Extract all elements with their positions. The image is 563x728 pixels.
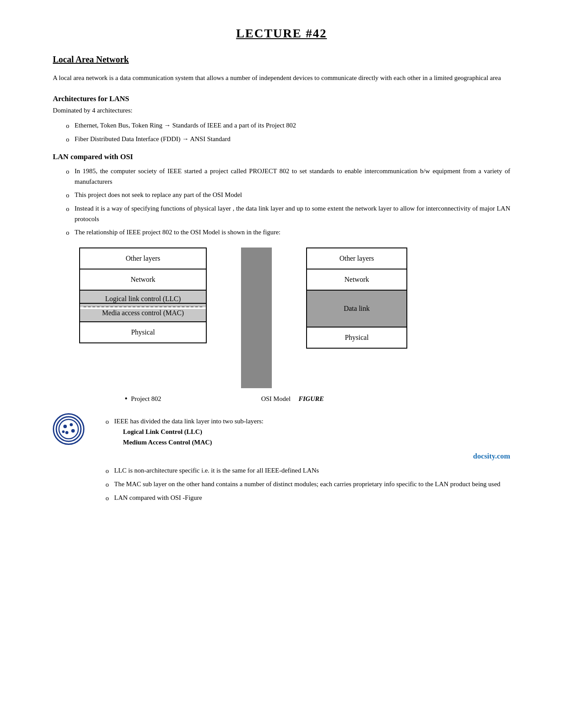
osi-bullet-3: Instead it is a way of specifying functi… [75, 203, 511, 224]
page-title: LECTURE #42 [53, 26, 510, 40]
svg-point-3 [70, 423, 73, 426]
diagram-labels: • Project 802 OSI Model FIGURE [53, 394, 510, 404]
osimodel-label-text: OSI Model [261, 395, 291, 403]
list-item: o Instead it is a way of specifying func… [66, 203, 510, 224]
diagram-right-area: Other layers Network Data link Physical [306, 248, 407, 349]
docsity-link[interactable]: docsity.com [92, 452, 510, 461]
mac-label: Medium Access Control (MAC) [123, 439, 212, 446]
osi-section: LAN compared with OSI o In 1985, the com… [53, 153, 510, 238]
osimodel-label: OSI Model FIGURE [242, 395, 343, 403]
figure-label: FIGURE [299, 395, 324, 403]
logo-svg [55, 416, 82, 442]
cell-physical-right: Physical [307, 328, 406, 348]
osi-box: Other layers Network Data link Physical [306, 248, 407, 349]
cell-datalink: Data link [307, 291, 406, 328]
svg-point-4 [71, 429, 75, 433]
dashed-separator [80, 304, 206, 307]
intro-paragraph: A local area network is a data communica… [53, 73, 510, 84]
list-item: o LAN compared with OSI -Figure [106, 492, 510, 503]
bullet-icon: o [66, 227, 69, 238]
bullet-icon: o [66, 134, 69, 145]
bullet-icon: o [66, 120, 69, 131]
bottom-bullet-1: IEEE has divided the data link layer int… [114, 416, 511, 448]
cell-mac: Media access control (MAC) [80, 309, 206, 322]
arch-bullet-2: Fiber Distributed Data Interface (FDDI) … [75, 134, 511, 144]
svg-point-5 [66, 431, 69, 434]
list-item: o In 1985, the computer society of IEEE … [66, 166, 510, 187]
diagram-wrapper: Other layers Network Logical link contro… [53, 248, 510, 388]
bottom-bullet-4: LAN compared with OSI -Figure [114, 492, 511, 503]
llc-label: Logical Link Control (LLC) [123, 428, 202, 435]
list-item: o The MAC sub layer on the other hand co… [106, 479, 510, 490]
list-item: o Fiber Distributed Data Interface (FDDI… [66, 134, 510, 145]
architectures-section: Architectures for LANS Dominated by 4 ar… [53, 95, 510, 145]
svg-point-1 [59, 419, 78, 439]
arch-bullet-list: o Ethernet, Token Bus, Token Ring → Stan… [66, 120, 510, 145]
bottom-bullet-list: o IEEE has divided the data link layer i… [106, 416, 510, 448]
bottom-section: o IEEE has divided the data link layer i… [53, 411, 510, 508]
cell-other-layers-right: Other layers [307, 248, 406, 269]
osi-heading: LAN compared with OSI [53, 153, 510, 161]
bullet-icon: o [66, 204, 69, 214]
bullet-icon: o [66, 166, 69, 177]
bullet-icon: o [106, 479, 109, 490]
bottom-content: o IEEE has divided the data link layer i… [92, 411, 510, 508]
bullet-icon: o [106, 416, 109, 427]
bullet-dot: • [124, 394, 127, 404]
osi-bullet-1: In 1985, the computer society of IEEE st… [75, 166, 511, 187]
cell-other-layers-left: Other layers [80, 248, 206, 269]
project802-label: • Project 802 [79, 394, 207, 404]
overlap-gray-bar [241, 248, 272, 388]
list-item: o IEEE has divided the data link layer i… [106, 416, 510, 448]
bottom-bullet-2: LLC is non-architecture specific i.e. it… [114, 465, 511, 476]
cell-physical-left: Physical [80, 322, 206, 342]
osi-bullet-list: o In 1985, the computer society of IEEE … [66, 166, 510, 238]
list-item: o Ethernet, Token Bus, Token Ring → Stan… [66, 120, 510, 131]
main-heading: Local Area Network [53, 55, 510, 65]
svg-point-2 [63, 425, 67, 428]
list-item: o LLC is non-architecture specific i.e. … [106, 465, 510, 476]
arch-heading: Architectures for LANS [53, 95, 510, 103]
arch-subtext: Dominated by 4 architectures: [53, 105, 510, 116]
cell-llc: Logical link control (LLC) [80, 291, 206, 304]
project802-box: Other layers Network Logical link contro… [79, 248, 207, 343]
osi-bullet-2: This project does not seek to replace an… [75, 189, 511, 200]
cell-network-left: Network [80, 269, 206, 291]
list-item: o The relationship of IEEE project 802 t… [66, 227, 510, 238]
project802-label-text: Project 802 [131, 395, 161, 403]
bullet-icon: o [106, 466, 109, 476]
svg-point-6 [62, 430, 65, 433]
diagram-left-area: Other layers Network Logical link contro… [79, 248, 207, 343]
bullet-icon: o [106, 493, 109, 503]
cell-network-right: Network [307, 269, 406, 291]
bottom-bullet-list-2: o LLC is non-architecture specific i.e. … [106, 465, 510, 503]
osi-bullet-4: The relationship of IEEE project 802 to … [75, 227, 511, 237]
bullet-icon: o [66, 190, 69, 200]
docsity-logo [53, 413, 84, 445]
arch-bullet-1: Ethernet, Token Bus, Token Ring → Standa… [75, 120, 511, 131]
list-item: o This project does not seek to replace … [66, 189, 510, 200]
bottom-bullet-3: The MAC sub layer on the other hand cont… [114, 479, 511, 489]
